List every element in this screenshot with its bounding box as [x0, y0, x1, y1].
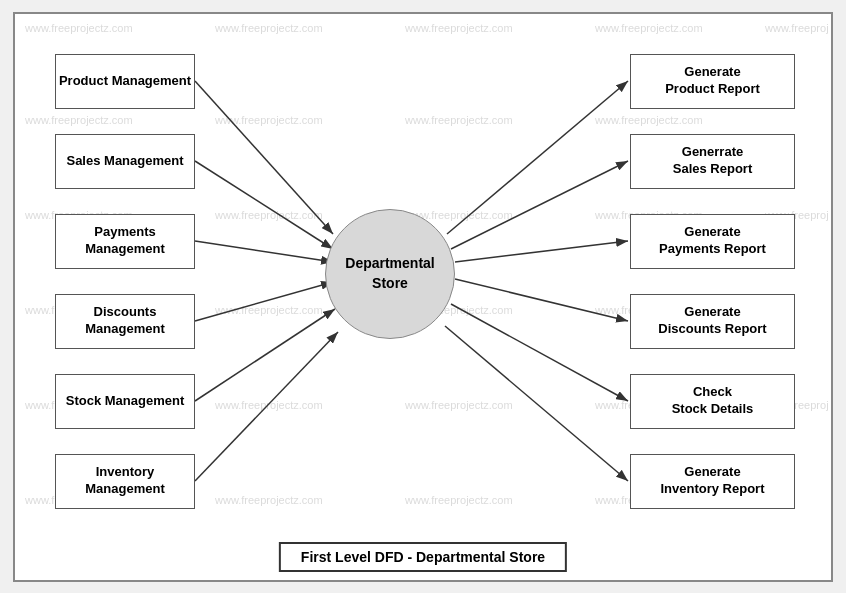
svg-line-9: [455, 241, 628, 262]
generate-discounts-report-node: GenerateDiscounts Report: [630, 294, 795, 349]
check-stock-details-node: CheckStock Details: [630, 374, 795, 429]
center-store-circle: DepartmentalStore: [325, 209, 455, 339]
watermark-8: www.freeprojectz.com: [405, 114, 513, 126]
svg-line-6: [195, 332, 338, 481]
stock-management-node: Stock Management: [55, 374, 195, 429]
watermark-26: www.freeprojectz.com: [405, 494, 513, 506]
diagram-container: www.freeprojectz.com www.freeprojectz.co…: [13, 12, 833, 582]
product-management-node: Product Management: [55, 54, 195, 109]
watermark-2: www.freeprojectz.com: [215, 22, 323, 34]
generate-inventory-report-node: GenerateInventory Report: [630, 454, 795, 509]
watermark-1: www.freeprojectz.com: [25, 22, 133, 34]
generate-product-report-node: GenerateProduct Report: [630, 54, 795, 109]
svg-line-7: [447, 81, 628, 234]
inventory-management-node: Inventory Management: [55, 454, 195, 509]
svg-line-12: [445, 326, 628, 481]
watermark-20: www.freeprojectz.com: [215, 399, 323, 411]
svg-line-3: [195, 241, 333, 262]
discounts-management-node: Discounts Management: [55, 294, 195, 349]
svg-line-8: [451, 161, 628, 249]
svg-line-5: [195, 309, 335, 401]
watermark-25: www.freeprojectz.com: [215, 494, 323, 506]
svg-line-10: [455, 279, 628, 321]
watermark-5: www.freeproj: [765, 22, 829, 34]
sales-management-node: Sales Management: [55, 134, 195, 189]
svg-line-11: [451, 304, 628, 401]
watermark-21: www.freeprojectz.com: [405, 399, 513, 411]
watermark-7: www.freeprojectz.com: [215, 114, 323, 126]
watermark-3: www.freeprojectz.com: [405, 22, 513, 34]
watermark-16: www.freeprojectz.com: [215, 304, 323, 316]
svg-line-1: [195, 81, 333, 234]
svg-line-2: [195, 161, 333, 249]
watermark-9: www.freeprojectz.com: [595, 114, 703, 126]
payments-management-node: Payments Management: [55, 214, 195, 269]
watermark-4: www.freeprojectz.com: [595, 22, 703, 34]
watermark-11: www.freeprojectz.com: [215, 209, 323, 221]
watermark-6: www.freeprojectz.com: [25, 114, 133, 126]
generate-payments-report-node: GeneratePayments Report: [630, 214, 795, 269]
svg-line-4: [195, 282, 333, 321]
generate-sales-report-node: GenerrateSales Report: [630, 134, 795, 189]
diagram-title: First Level DFD - Departmental Store: [279, 542, 567, 572]
